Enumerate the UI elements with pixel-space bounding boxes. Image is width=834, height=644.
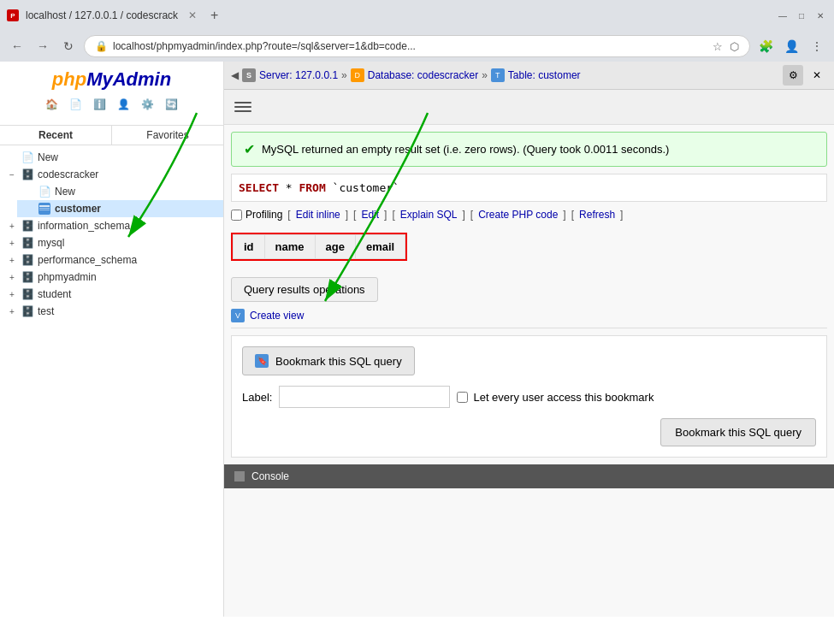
- bookmark-sql-btn[interactable]: 🔖 Bookmark this SQL query: [242, 346, 415, 375]
- explain-sql-link[interactable]: Explain SQL: [400, 209, 458, 221]
- replication-icon-btn[interactable]: 🔄: [162, 94, 182, 115]
- let-every-user-checkbox[interactable]: [457, 392, 468, 403]
- tree-phpmyadmin[interactable]: + 🗄️ phpmyadmin: [0, 269, 223, 286]
- bookmark-page-icon[interactable]: ☆: [713, 40, 723, 53]
- table-bc-link[interactable]: Table: customer: [508, 69, 581, 81]
- tree-mysql[interactable]: + 🗄️ mysql: [0, 234, 223, 251]
- bc-expand-btn[interactable]: ✕: [807, 65, 827, 86]
- ham-line3: [234, 110, 251, 112]
- close-btn[interactable]: ✕: [813, 9, 827, 22]
- create-php-link[interactable]: Create PHP code: [478, 209, 558, 221]
- new-tab-btn[interactable]: +: [204, 4, 225, 27]
- query-results-ops: Query results operations: [231, 277, 827, 302]
- create-view-icon: V: [231, 309, 245, 322]
- bookmark-icon: 🔖: [255, 354, 269, 368]
- browser-toolbar: 🧩 👤 ⋮: [755, 36, 827, 56]
- share-icon[interactable]: ⬡: [730, 40, 739, 53]
- extensions-icon[interactable]: 🧩: [755, 36, 776, 56]
- db-information-schema-icon: 🗄️: [21, 219, 34, 233]
- profiling-label: Profiling: [245, 209, 282, 221]
- minimize-btn[interactable]: —: [776, 9, 790, 22]
- divider1: [231, 328, 827, 328]
- tree-new-codescracker[interactable]: 📄 New: [17, 183, 223, 200]
- url-text: localhost/phpmyadmin/index.php?route=/sq…: [113, 40, 707, 52]
- tab-close-btn[interactable]: ✕: [188, 9, 197, 21]
- tree-label-customer: customer: [55, 203, 101, 215]
- hamburger-btn[interactable]: [231, 95, 255, 119]
- maximize-btn[interactable]: □: [795, 9, 808, 22]
- results-table-wrapper: id name age email: [231, 233, 407, 261]
- refresh-link[interactable]: Refresh: [579, 209, 615, 221]
- tree-information-schema[interactable]: + 🗄️ information_schema: [0, 217, 223, 234]
- bracket7: [: [470, 209, 473, 221]
- tree-test[interactable]: + 🗄️ test: [0, 303, 223, 320]
- db-tree: 📄 New − 🗄️ codescracker 📄 New c: [0, 145, 223, 323]
- settings-icon-btn[interactable]: ⚙️: [138, 94, 158, 115]
- title-bar-left: P localhost / 127.0.0.1 / codescrack ✕ +: [7, 4, 225, 27]
- db-codescracker-icon: 🗄️: [21, 168, 34, 181]
- tree-new-root[interactable]: 📄 New: [0, 149, 223, 166]
- tree-label-codescracker: codescracker: [38, 168, 98, 180]
- title-bar: P localhost / 127.0.0.1 / codescrack ✕ +…: [0, 0, 834, 31]
- tree-student[interactable]: + 🗄️ student: [0, 286, 223, 303]
- db-bc-link[interactable]: Database: codescracker: [368, 69, 478, 81]
- bookmark-label-text: Label:: [242, 391, 272, 404]
- db-phpmyadmin-icon: 🗄️: [21, 270, 34, 284]
- svg-rect-3: [39, 210, 50, 210]
- create-view-link[interactable]: Create view: [250, 310, 304, 322]
- browser-chrome: P localhost / 127.0.0.1 / codescrack ✕ +…: [0, 0, 834, 62]
- content-area: ✔ MySQL returned an empty result set (i.…: [224, 90, 834, 617]
- profile-icon[interactable]: 👤: [781, 36, 801, 56]
- db-performance-schema-icon: 🗄️: [21, 253, 34, 267]
- recent-tab[interactable]: Recent: [0, 126, 112, 145]
- table-bc-icon: T: [491, 68, 505, 82]
- bookmark-submit-btn[interactable]: Bookmark this SQL query: [660, 418, 816, 446]
- server-bc-link[interactable]: Server: 127.0.0.1: [259, 69, 338, 81]
- address-input-container[interactable]: 🔒 localhost/phpmyadmin/index.php?route=/…: [84, 35, 750, 57]
- console-square-icon: [234, 471, 245, 482]
- tab-favicon: P: [7, 9, 19, 21]
- favorites-tab[interactable]: Favorites: [112, 126, 223, 145]
- tree-label-new-codescracker: New: [55, 186, 75, 198]
- tree-label-performance-schema: performance_schema: [38, 254, 137, 266]
- collapse-icon[interactable]: ◀: [231, 69, 239, 81]
- success-banner: ✔ MySQL returned an empty result set (i.…: [231, 132, 827, 167]
- users-icon-btn[interactable]: 👤: [114, 94, 134, 115]
- sql-icon-btn[interactable]: 📄: [66, 94, 86, 115]
- menu-icon[interactable]: ⋮: [807, 36, 827, 56]
- query-results-ops-btn[interactable]: Query results operations: [231, 277, 378, 302]
- refresh-btn[interactable]: ↻: [58, 36, 79, 56]
- bookmark-btn-label: Bookmark this SQL query: [275, 355, 402, 368]
- bracket3: [: [353, 209, 356, 221]
- sql-table-name: `customer`: [326, 181, 399, 194]
- status-icon-btn[interactable]: ℹ️: [90, 94, 110, 115]
- tree-label-test: test: [38, 305, 54, 317]
- hamburger-row: [224, 90, 834, 125]
- results-table: id name age email: [233, 234, 405, 259]
- tree-customer[interactable]: customer: [17, 200, 223, 217]
- svg-rect-2: [39, 208, 50, 209]
- bracket6: ]: [463, 209, 465, 221]
- bookmark-form-row: Label: Let every user access this bookma…: [242, 386, 816, 408]
- bc-settings-btn[interactable]: ⚙: [783, 65, 803, 86]
- back-btn[interactable]: ←: [7, 36, 27, 56]
- tree-codescracker[interactable]: − 🗄️ codescracker: [0, 166, 223, 183]
- profiling-check[interactable]: Profiling: [231, 209, 282, 221]
- bc-sep1: »: [341, 69, 347, 81]
- forward-btn[interactable]: →: [33, 36, 53, 56]
- profiling-checkbox[interactable]: [231, 210, 242, 221]
- edit-link[interactable]: Edit: [361, 209, 379, 221]
- sql-select-keyword: SELECT: [239, 181, 279, 194]
- bookmark-label-input[interactable]: [279, 386, 450, 408]
- window-controls: — □ ✕: [776, 9, 827, 22]
- console-bar[interactable]: Console: [224, 464, 834, 488]
- bookmark-section: 🔖 Bookmark this SQL query Label: Let eve…: [231, 335, 827, 458]
- home-icon-btn[interactable]: 🏠: [42, 94, 62, 115]
- results-thead: id name age email: [234, 235, 405, 259]
- server-bc-icon: S: [242, 68, 256, 82]
- tree-performance-schema[interactable]: + 🗄️ performance_schema: [0, 251, 223, 269]
- breadcrumb-bar: ◀ S Server: 127.0.0.1 » D Database: code…: [224, 62, 834, 90]
- app-container: phpMyAdmin 🏠 📄 ℹ️ 👤 ⚙️ 🔄 Recent Favorite…: [0, 62, 834, 617]
- let-every-user-label: Let every user access this bookmark: [473, 391, 654, 404]
- edit-inline-link[interactable]: Edit inline: [296, 209, 340, 221]
